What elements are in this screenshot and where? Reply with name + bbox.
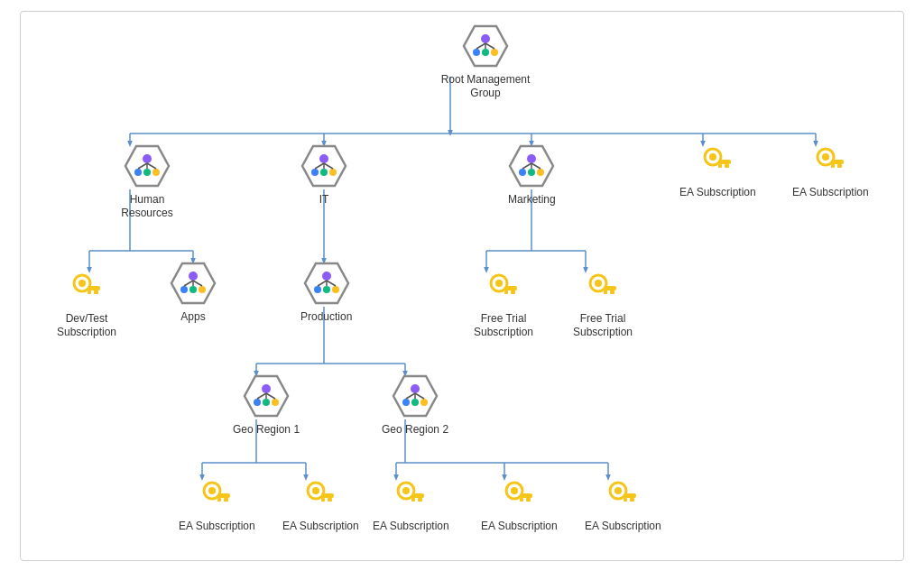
node-production: Production: [300, 260, 352, 325]
svg-point-80: [199, 286, 206, 293]
svg-rect-141: [630, 498, 634, 502]
svg-rect-94: [504, 286, 517, 290]
svg-rect-70: [831, 164, 835, 168]
mg-icon-georegion1: [243, 373, 290, 419]
svg-point-87: [323, 286, 330, 293]
svg-point-62: [709, 153, 716, 161]
diagram-container: Root Management Group Human Resources IT: [20, 11, 904, 561]
svg-rect-75: [88, 290, 91, 294]
svg-point-93: [495, 280, 503, 287]
node-ea-gr2-1: EA Subscription: [373, 476, 449, 534]
svg-rect-137: [520, 498, 523, 502]
svg-point-78: [180, 286, 188, 293]
node-it-label: IT: [319, 193, 329, 207]
node-ea-gr1-1: EA Subscription: [179, 476, 255, 534]
svg-line-109: [266, 393, 275, 399]
mg-icon-apps: [170, 260, 217, 307]
node-freetrial2-label: Free Trial Subscription: [562, 312, 643, 340]
svg-rect-95: [511, 290, 515, 294]
svg-rect-132: [411, 498, 415, 502]
sub-icon-ea-gr2-2: [499, 476, 539, 516]
svg-point-49: [329, 169, 337, 176]
svg-line-115: [406, 393, 415, 399]
svg-rect-64: [725, 164, 729, 168]
node-freetrial1-label: Free Trial Subscription: [463, 312, 544, 340]
svg-line-91: [327, 281, 336, 286]
sub-icon-freetrial1: [484, 269, 523, 309]
svg-rect-73: [88, 286, 100, 290]
svg-point-67: [822, 153, 829, 161]
svg-rect-142: [624, 498, 627, 502]
sub-icon-ea-gr1-2: [300, 476, 340, 516]
node-georegion1-label: Geo Region 1: [233, 423, 300, 437]
node-georegion2-label: Geo Region 2: [382, 423, 448, 437]
svg-point-105: [263, 399, 270, 406]
svg-point-86: [314, 286, 321, 293]
svg-point-56: [528, 169, 535, 176]
svg-point-111: [411, 384, 420, 393]
svg-point-112: [402, 399, 410, 406]
svg-rect-101: [604, 290, 607, 294]
svg-rect-140: [624, 493, 636, 498]
mg-icon-it: [300, 143, 347, 189]
svg-rect-120: [217, 493, 230, 498]
svg-point-30: [481, 34, 490, 43]
node-ea-gr2-2-label: EA Subscription: [481, 520, 558, 534]
mg-icon-hr: [124, 143, 171, 189]
svg-rect-135: [520, 493, 532, 498]
svg-point-40: [143, 169, 151, 176]
svg-rect-136: [526, 498, 531, 502]
node-freetrial2: Free Trial Subscription: [562, 269, 643, 340]
node-georegion2: Geo Region 2: [382, 373, 448, 437]
svg-point-106: [272, 399, 279, 406]
svg-rect-122: [217, 498, 221, 502]
svg-point-85: [322, 272, 331, 281]
svg-point-103: [262, 384, 271, 393]
node-devtest: Dev/Test Subscription: [46, 269, 127, 340]
node-ea1-top-label: EA Subscription: [679, 186, 756, 200]
node-hr: Human Resources: [106, 143, 188, 221]
node-ea-gr1-2: EA Subscription: [282, 476, 359, 534]
node-georegion1: Geo Region 1: [233, 373, 300, 437]
svg-point-124: [312, 487, 319, 494]
sub-icon-freetrial2: [583, 269, 623, 309]
svg-line-117: [415, 393, 424, 399]
svg-line-58: [522, 163, 531, 169]
svg-rect-131: [418, 498, 422, 502]
svg-point-114: [420, 399, 428, 406]
svg-rect-127: [321, 498, 325, 502]
node-ea-gr1-1-label: EA Subscription: [179, 520, 255, 534]
sub-icon-ea-gr1-1: [197, 476, 236, 516]
svg-line-36: [485, 43, 494, 49]
svg-line-107: [257, 393, 266, 399]
sub-icon-ea1-top: [698, 143, 737, 182]
svg-point-48: [320, 169, 328, 176]
svg-point-41: [152, 169, 160, 176]
node-ea-gr2-3: EA Subscription: [585, 476, 661, 534]
node-marketing-label: Marketing: [508, 193, 556, 207]
svg-point-39: [134, 169, 142, 176]
mg-icon-marketing: [508, 143, 555, 189]
svg-point-79: [189, 286, 197, 293]
sub-icon-ea-gr2-1: [391, 476, 430, 516]
node-ea-gr1-2-label: EA Subscription: [282, 520, 359, 534]
svg-point-113: [411, 399, 419, 406]
svg-line-44: [147, 163, 156, 169]
svg-rect-100: [610, 290, 614, 294]
svg-line-52: [324, 163, 333, 169]
svg-point-31: [473, 49, 480, 56]
node-freetrial1: Free Trial Subscription: [463, 269, 544, 340]
svg-line-42: [138, 163, 147, 169]
sub-icon-devtest: [67, 269, 106, 309]
node-ea1-top: EA Subscription: [679, 143, 756, 200]
svg-point-54: [527, 154, 536, 163]
sub-icon-ea2-top: [810, 143, 850, 182]
node-marketing: Marketing: [508, 143, 556, 207]
svg-rect-68: [831, 160, 844, 164]
svg-point-72: [79, 280, 86, 287]
mg-icon-production: [303, 260, 350, 307]
svg-line-83: [193, 281, 202, 286]
svg-point-88: [332, 286, 339, 293]
svg-rect-99: [604, 286, 616, 290]
svg-point-57: [537, 169, 544, 176]
